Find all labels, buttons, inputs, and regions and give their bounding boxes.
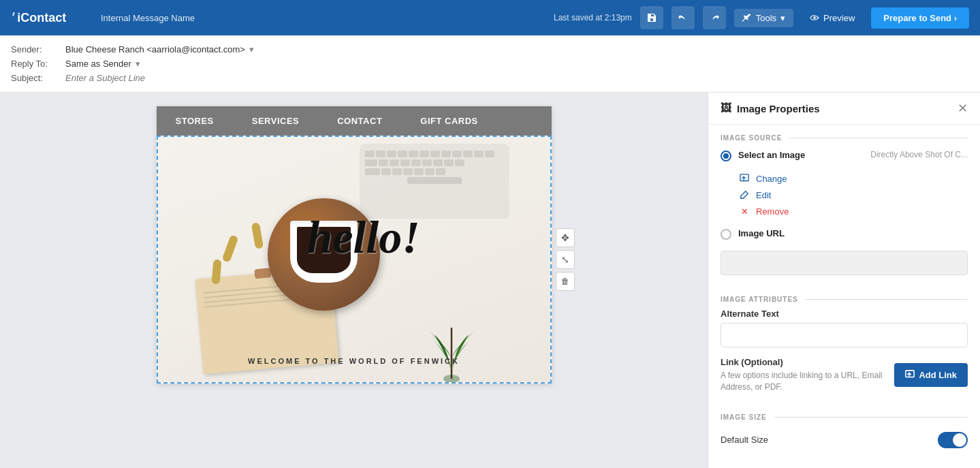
- add-link-label: Add Link: [919, 370, 957, 380]
- remove-image-link[interactable]: ✕ Remove: [738, 205, 968, 217]
- resize-button[interactable]: ⤡: [556, 250, 575, 269]
- image-size-content: Default Size: [708, 426, 980, 454]
- preview-label: Preview: [823, 13, 855, 23]
- image-attributes-content: Alternate Text Link (Optional) A few opt…: [708, 309, 980, 404]
- select-image-main-label: Select an Image: [738, 150, 864, 160]
- reply-to-label: Reply To:: [11, 59, 65, 69]
- canvas-area: STORES SERVICES CONTACT GIFT CARDS: [0, 93, 708, 468]
- tools-label: Tools: [756, 13, 776, 23]
- divider-line-3: [774, 417, 968, 418]
- close-panel-button[interactable]: ✕: [958, 102, 968, 114]
- image-url-row: Image URL: [721, 228, 968, 240]
- tools-button[interactable]: Tools ▾: [734, 9, 793, 27]
- hello-text: hello!: [306, 210, 420, 264]
- image-source-divider: IMAGE SOURCE: [708, 125, 980, 147]
- change-label: Change: [756, 174, 787, 184]
- edit-icon: [738, 189, 750, 201]
- last-saved: Last saved at 2:13pm: [554, 13, 632, 22]
- url-input[interactable]: [721, 251, 968, 275]
- sender-dropdown[interactable]: ▾: [249, 44, 254, 54]
- subject-input[interactable]: [65, 73, 180, 83]
- image-attributes-divider: IMAGE ATTRIBUTES: [708, 286, 980, 309]
- url-input-group: [721, 248, 968, 286]
- reply-to-row: Reply To: Same as Sender ▾: [11, 57, 969, 71]
- message-name[interactable]: Internal Message Name: [101, 13, 546, 23]
- preview-button[interactable]: Preview: [802, 9, 863, 27]
- save-button[interactable]: [640, 6, 663, 29]
- link-section: Link (Optional) A few options include li…: [721, 357, 968, 404]
- image-source-label: IMAGE SOURCE: [721, 134, 782, 142]
- image-actions: Change Edit ✕ Remove: [721, 170, 968, 225]
- logo-prefix: ': [11, 9, 14, 27]
- image-url-radio[interactable]: [721, 229, 731, 240]
- image-size-divider: IMAGE SIZE: [708, 404, 980, 426]
- remove-icon: ✕: [738, 205, 750, 217]
- image-url-label-area: Image URL: [738, 228, 968, 238]
- change-icon: [738, 172, 750, 185]
- default-size-row: Default Size: [721, 426, 968, 454]
- panel-header: 🖼 Image Properties ✕: [708, 93, 980, 125]
- sender-label: Sender:: [11, 44, 65, 54]
- email-container: STORES SERVICES CONTACT GIFT CARDS: [157, 106, 552, 384]
- link-optional-label: Link (Optional): [721, 357, 886, 367]
- email-nav-bar: STORES SERVICES CONTACT GIFT CARDS: [157, 106, 552, 136]
- redo-button[interactable]: [703, 6, 726, 29]
- main-layout: STORES SERVICES CONTACT GIFT CARDS: [0, 93, 980, 468]
- alternate-text-input[interactable]: [721, 323, 968, 347]
- alternate-text-label: Alternate Text: [721, 309, 968, 319]
- remove-label: Remove: [756, 206, 789, 217]
- reply-to-dropdown[interactable]: ▾: [136, 59, 140, 69]
- edit-label: Edit: [756, 190, 771, 200]
- select-image-sublabel: Directly Above Shot Of C...: [870, 150, 968, 159]
- reply-to-value: Same as Sender ▾: [65, 59, 140, 69]
- sender-area: Sender: Blue Cheese Ranch <aarriola@icon…: [0, 35, 980, 93]
- edit-image-link[interactable]: Edit: [738, 189, 968, 201]
- panel-title: 🖼 Image Properties: [721, 102, 820, 114]
- panel-title-text: Image Properties: [737, 103, 820, 114]
- image-size-label: IMAGE SIZE: [721, 414, 767, 421]
- change-image-link[interactable]: Change: [738, 172, 968, 185]
- undo-button[interactable]: [671, 6, 695, 29]
- nav-item-gift-cards[interactable]: GIFT CARDS: [401, 106, 496, 136]
- prepare-button[interactable]: Prepare to Send ›: [871, 7, 969, 29]
- tools-chevron: ▾: [780, 13, 785, 23]
- image-source-content: Select an Image Directly Above Shot Of C…: [708, 147, 980, 286]
- hello-image: hello!: [158, 137, 550, 382]
- default-size-toggle[interactable]: [938, 432, 968, 448]
- logo: ' iContact: [11, 9, 93, 27]
- sender-row: Sender: Blue Cheese Ranch <aarriola@icon…: [11, 42, 969, 57]
- link-description: Link (Optional) A few options include li…: [721, 357, 886, 393]
- subject-row: Subject:: [11, 71, 969, 85]
- select-image-row: Select an Image Directly Above Shot Of C…: [721, 150, 968, 161]
- image-url-label: Image URL: [738, 228, 968, 238]
- svg-point-0: [813, 16, 816, 19]
- plant-decoration: [421, 300, 482, 382]
- radio-group: Select an Image Directly Above Shot Of C…: [721, 147, 968, 170]
- select-image-label-area: Select an Image: [738, 150, 864, 160]
- nav-item-services[interactable]: SERVICES: [233, 106, 319, 136]
- select-image-radio[interactable]: [721, 151, 731, 161]
- right-panel: 🖼 Image Properties ✕ IMAGE SOURCE Select…: [708, 93, 980, 468]
- divider-line-2: [805, 299, 968, 300]
- nav-item-stores[interactable]: STORES: [157, 106, 233, 136]
- subject-label: Subject:: [11, 73, 65, 83]
- sender-value: Blue Cheese Ranch <aarriola@icontact.com…: [65, 44, 254, 54]
- add-link-button[interactable]: Add Link: [894, 363, 968, 387]
- welcome-text: WELCOME TO THE WORLD OF FENWICK: [248, 357, 460, 365]
- logo-text: iContact: [17, 11, 66, 25]
- move-button[interactable]: ✥: [556, 228, 575, 247]
- panel-title-icon: 🖼: [721, 102, 731, 114]
- divider-line-1: [789, 138, 968, 138]
- image-block[interactable]: hello!: [157, 136, 552, 384]
- top-nav: ' iContact Internal Message Name Last sa…: [0, 0, 980, 35]
- image-controls: ✥ ⤡ 🗑: [556, 228, 575, 291]
- nav-item-contact[interactable]: CONTACT: [318, 106, 401, 136]
- link-desc-text: A few options include linking to a URL, …: [721, 370, 886, 393]
- image-attributes-label: IMAGE ATTRIBUTES: [721, 296, 798, 303]
- default-size-label: Default Size: [721, 435, 768, 445]
- image-url-group: Image URL: [721, 225, 968, 248]
- delete-button[interactable]: 🗑: [556, 272, 575, 291]
